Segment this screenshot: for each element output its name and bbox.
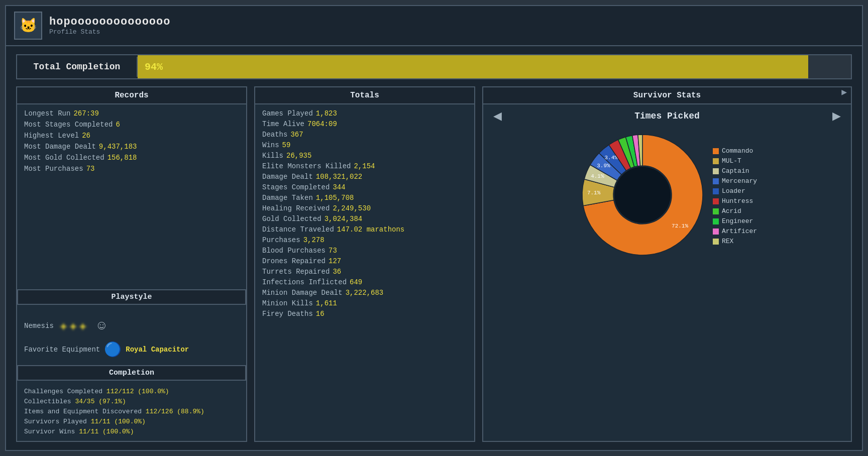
comp-value: 112/126 (88.9%) [146,408,204,415]
totals-item: Blood Purchases 73 [262,247,467,255]
totals-item: Damage Taken 1,105,708 [262,194,467,202]
totals-item: Games Played 1,823 [262,109,467,118]
totals-label: Deaths [262,131,287,139]
totals-value: 7064:09 [307,120,337,128]
totals-label: Elite Monsters Killed [262,162,351,170]
nav-arrow-right[interactable]: ▶ [832,109,841,123]
record-item: Highest Level 26 [24,132,239,140]
donut-label: 3.9% [597,163,610,169]
totals-item: Deaths 367 [262,131,467,139]
corner-arrow-icon: ▶ [841,87,847,97]
panel-right: Survivor Stats ◀ Times Picked ▶ 72.1%7.1… [482,86,852,442]
equip-icon: 🔵 [104,341,122,358]
legend-label: Artificer [722,227,757,235]
legend-item: Huntress [713,197,757,205]
legend-item: Commando [713,147,757,155]
totals-value: 344 [333,183,345,191]
corner-arrow-area: ▶ [841,86,847,97]
playstyle-icons: ✦✦✦ ☺ [59,316,105,336]
legend-color [713,229,719,235]
legend-item: Mercenary [713,177,757,185]
totals-label: Drones Repaired [262,257,325,265]
totals-item: Damage Dealt 108,321,022 [262,173,467,181]
record-item: Longest Run 267:39 [24,109,239,118]
nemesis-icon2: ☺ [98,318,106,333]
legend-item: Artificer [713,227,757,235]
main-content: Total Completion 94% Records Longest Run… [6,46,862,450]
legend-label: Loader [722,187,745,195]
totals-value: 36 [333,268,341,276]
record-value: 6 [116,121,120,129]
panels-wrapper: Records Longest Run 267:39Most Stages Co… [16,86,852,442]
legend-item: Acrid [713,207,757,215]
legend-item: Loader [713,187,757,195]
totals-item: Kills 26,935 [262,152,467,160]
nemesis-label: Nemesis [24,322,54,330]
comp-label: Survivors Played [24,418,91,425]
totals-value: 367 [290,131,303,139]
record-value: 73 [86,165,95,173]
legend: CommandoMUL-TCaptainMercenaryLoaderHuntr… [713,147,757,245]
survivor-stats-body: ◀ Times Picked ▶ 72.1%7.1%4.1%3.9%3.4% C… [483,104,851,441]
record-item: Most Damage Dealt 9,437,183 [24,143,239,151]
totals-item: Turrets Repaired 36 [262,268,467,276]
record-value: 267:39 [73,109,98,118]
legend-color [713,239,719,245]
totals-value: 3,222,683 [346,289,384,297]
legend-color [713,198,719,204]
totals-item: Stages Completed 344 [262,183,467,191]
header-info: hopoooooooooooooo Profile Stats [49,16,170,36]
completion-item: Items and Equipment Discovered 112/126 (… [24,408,239,415]
totals-label: Wins [262,141,279,149]
legend-label: Huntress [722,197,753,205]
completion-sub-body: Challenges Completed 112/112 (100.0%)Col… [17,385,246,441]
record-label: Most Gold Collected [24,154,104,162]
donut-inner-circle [614,167,671,223]
equip-name: Royal Capacitor [126,346,189,354]
totals-body: Games Played 1,823Time Alive 7064:09Deat… [255,104,474,441]
totals-label: Games Played [262,109,313,118]
records-header: Records [17,87,246,104]
record-label: Most Damage Dealt [24,143,96,151]
record-item: Most Stages Completed 6 [24,121,239,129]
legend-label: MUL-T [722,157,741,165]
legend-label: Captain [722,167,749,175]
record-value: 156,818 [107,154,137,162]
totals-label: Gold Collected [262,215,321,223]
username: hopoooooooooooooo [49,16,170,28]
completion-item: Challenges Completed 112/112 (100.0%) [24,388,239,395]
legend-color [713,218,719,224]
totals-value: 1,105,708 [316,194,354,202]
legend-label: Engineer [722,217,753,225]
legend-color [713,208,719,214]
totals-header: Totals [255,87,474,104]
totals-value: 3,278 [303,236,324,244]
totals-label: Stages Completed [262,183,330,191]
totals-item: Infections Inflicted 649 [262,278,467,286]
completion-item: Collectibles 34/35 (97.1%) [24,398,239,405]
legend-color [713,158,719,164]
records-body: Longest Run 267:39Most Stages Completed … [17,104,246,284]
totals-value: 2,154 [354,162,375,170]
profile-label: Profile Stats [49,28,170,36]
legend-label: Mercenary [722,177,757,185]
totals-value: 3,024,384 [324,215,363,223]
totals-label: Turrets Repaired [262,268,330,276]
nav-arrow-left[interactable]: ◀ [493,109,502,123]
record-value: 26 [82,132,90,140]
legend-item: Engineer [713,217,757,225]
donut-label: 7.1% [587,190,601,196]
totals-item: Minion Kills 1,611 [262,299,467,307]
legend-label: Acrid [722,207,741,215]
completion-bar-fill: 94% [138,55,808,78]
legend-item: MUL-T [713,157,757,165]
totals-value: 1,823 [316,109,337,118]
totals-label: Firey Deaths [262,310,313,318]
totals-label: Damage Taken [262,194,313,202]
totals-label: Distance Traveled [262,225,334,234]
survivor-header: Survivor Stats [483,87,851,104]
record-item: Most Purchases 73 [24,165,239,173]
record-label: Most Stages Completed [24,121,113,129]
record-label: Longest Run [24,109,70,118]
totals-value: 59 [282,141,291,149]
